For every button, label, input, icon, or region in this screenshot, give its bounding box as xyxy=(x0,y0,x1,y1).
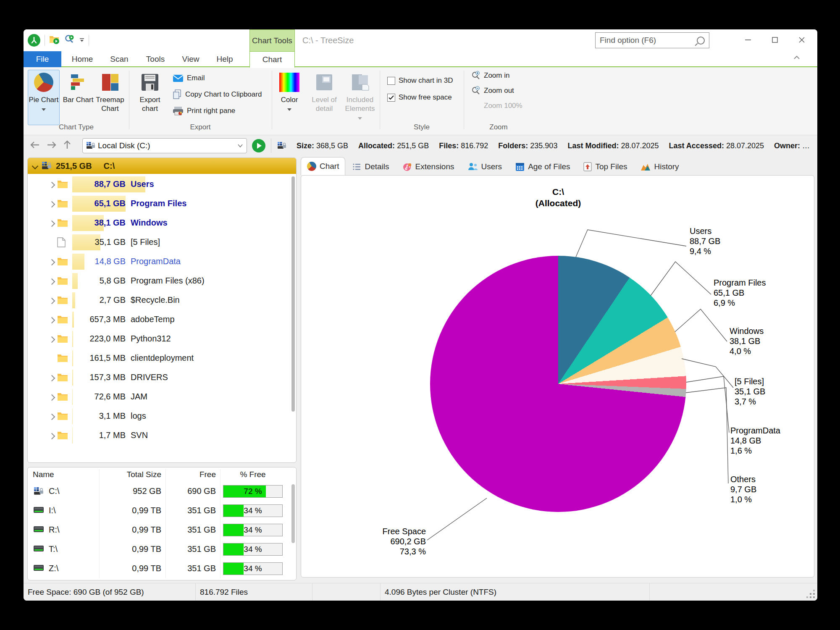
tab-details-view[interactable]: Details xyxy=(347,158,395,175)
printer-icon xyxy=(173,106,184,116)
folder-icon xyxy=(57,199,68,208)
tab-home[interactable]: Home xyxy=(66,51,99,67)
pie-chart[interactable] xyxy=(430,256,686,512)
contextual-tab-chart-tools[interactable]: Chart Tools xyxy=(249,29,295,51)
search-scan-icon[interactable] xyxy=(64,34,75,46)
tree-row[interactable]: 223,0 MB Python312 xyxy=(28,329,296,349)
treemap-chart-button[interactable]: Treemap Chart xyxy=(94,70,126,125)
tab-view[interactable]: View xyxy=(176,51,206,67)
folder-icon xyxy=(57,392,68,401)
ribbon-tab-row: File Home Scan Tools View Help Chart xyxy=(24,51,817,67)
level-of-detail-button[interactable]: Level of detail xyxy=(309,70,340,125)
drive-scrollbar[interactable] xyxy=(291,484,295,543)
tree-scrollbar[interactable] xyxy=(291,176,295,412)
back-icon[interactable] xyxy=(29,141,40,151)
location-dropdown[interactable]: Local Disk (C:) xyxy=(82,138,247,153)
scan-info-bar: Size: 368,5 GB Allocated: 251,5 GB Files… xyxy=(277,135,810,156)
folder-icon xyxy=(57,218,68,227)
zoom-in-button[interactable]: Zoom in xyxy=(471,70,509,81)
minimize-button[interactable] xyxy=(736,29,760,50)
forward-icon[interactable] xyxy=(46,141,57,151)
tab-scan[interactable]: Scan xyxy=(103,51,135,67)
group-chart-options: Color Level of detail Included Elements xyxy=(272,67,380,135)
export-chart-button[interactable]: Export chart xyxy=(134,70,166,125)
color-palette-icon xyxy=(279,73,299,92)
tree-row[interactable]: 161,5 MB clientdeployment xyxy=(28,349,296,368)
email-button[interactable]: Email xyxy=(173,72,205,84)
open-scan-icon[interactable] xyxy=(49,34,60,46)
tree-row[interactable]: 2,7 GB $Recycle.Bin xyxy=(28,291,296,310)
drive-row[interactable]: R:\ 0,99 TB 351 GB 34 % xyxy=(28,520,296,540)
chevron-collapsed-icon[interactable] xyxy=(49,182,55,189)
show-chart-3d-checkbox[interactable]: Show chart in 3D xyxy=(387,75,453,87)
chevron-collapsed-icon[interactable] xyxy=(49,201,55,208)
chevron-collapsed-icon[interactable] xyxy=(49,298,55,304)
tab-extensions-view[interactable]: Extensions xyxy=(397,158,460,175)
pie-chart-button[interactable]: Pie Chart xyxy=(28,70,60,125)
drive-row[interactable]: T:\ 0,99 TB 351 GB 34 % xyxy=(28,540,296,559)
tree-row[interactable]: 35,1 GB [5 Files] xyxy=(28,233,296,252)
tree-row[interactable]: 72,6 MB JAM xyxy=(28,387,296,407)
chevron-expanded-icon[interactable] xyxy=(32,163,39,169)
divider xyxy=(89,35,89,46)
resize-grip[interactable] xyxy=(813,596,815,598)
drive-row[interactable]: I:\ 0,99 TB 351 GB 34 % xyxy=(28,501,296,520)
close-button[interactable] xyxy=(790,29,814,50)
up-icon[interactable] xyxy=(63,140,71,151)
chevron-collapsed-icon[interactable] xyxy=(49,278,55,285)
start-scan-button[interactable] xyxy=(252,139,265,152)
tab-tools[interactable]: Tools xyxy=(139,51,171,67)
chevron-collapsed-icon[interactable] xyxy=(49,433,55,440)
zoom-out-button[interactable]: Zoom out xyxy=(471,85,514,97)
show-free-space-checkbox[interactable]: Show free space xyxy=(387,92,452,103)
tab-file[interactable]: File xyxy=(24,51,61,67)
chevron-collapsed-icon[interactable] xyxy=(49,414,55,420)
tab-chart-view[interactable]: Chart xyxy=(301,157,345,175)
color-button[interactable]: Color xyxy=(275,70,304,125)
drive-table-header[interactable]: Name Total Size Free % Free xyxy=(28,467,296,482)
tab-chart[interactable]: Chart xyxy=(249,51,295,68)
info-size: Size: 368,5 GB xyxy=(297,142,348,150)
bar-chart-button[interactable]: Bar Chart xyxy=(62,70,94,125)
print-right-pane-button[interactable]: Print right pane xyxy=(173,105,235,117)
tree-root-row[interactable]: 251,5 GB C:\ xyxy=(28,158,296,174)
drive-row[interactable]: Z:\ 0,99 TB 351 GB 34 % xyxy=(28,559,296,578)
chevron-collapsed-icon[interactable] xyxy=(49,394,55,401)
tree-row[interactable]: 88,7 GB Users xyxy=(28,175,296,194)
chevron-collapsed-icon[interactable] xyxy=(49,220,55,227)
maximize-button[interactable] xyxy=(763,29,787,50)
tab-users-view[interactable]: Users xyxy=(462,158,508,175)
tab-help[interactable]: Help xyxy=(210,51,239,67)
copy-chart-button[interactable]: Copy Chart to Clipboard xyxy=(173,89,262,100)
users-icon xyxy=(468,163,478,171)
tree-row[interactable]: 157,3 MB DRIVERS xyxy=(28,368,296,387)
calendar-icon xyxy=(515,162,525,171)
chevron-collapsed-icon[interactable] xyxy=(49,336,55,343)
find-option-input[interactable]: Find option (F6) xyxy=(595,32,709,48)
tab-age-of-files-view[interactable]: Age of Files xyxy=(509,158,576,175)
group-style: Show chart in 3D Show free space Style xyxy=(380,67,464,135)
root-size: 251,5 GB xyxy=(56,161,92,171)
zoom-100-button[interactable]: Zoom 100% xyxy=(484,100,522,112)
chevron-collapsed-icon[interactable] xyxy=(49,259,55,266)
customize-quick-access-icon[interactable] xyxy=(79,37,84,44)
collapse-ribbon-icon[interactable] xyxy=(793,55,801,62)
tree-row[interactable]: 1,7 MB SVN xyxy=(28,426,296,445)
window-title: C:\ - TreeSize xyxy=(302,29,354,51)
included-elements-button[interactable]: Included Elements xyxy=(342,70,378,125)
chevron-collapsed-icon[interactable] xyxy=(49,317,55,324)
tree-row[interactable]: 14,8 GB ProgramData xyxy=(28,252,296,271)
tree-row[interactable]: 657,3 MB adobeTemp xyxy=(28,310,296,329)
tree-row[interactable]: 3,1 MB logs xyxy=(28,407,296,426)
tree-row[interactable]: 65,1 GB Program Files xyxy=(28,194,296,213)
tab-history-view[interactable]: History xyxy=(635,158,685,175)
chevron-collapsed-icon[interactable] xyxy=(49,375,55,382)
tree-row[interactable]: 38,1 GB Windows xyxy=(28,213,296,233)
folder-icon xyxy=(57,295,68,304)
tree-row[interactable]: 5,8 GB Program Files (x86) xyxy=(28,271,296,291)
tab-top-files-view[interactable]: Top Files xyxy=(578,158,633,175)
network-drive-icon xyxy=(34,526,44,533)
app-logo-icon[interactable] xyxy=(28,34,40,47)
drive-row[interactable]: C:\ 952 GB 690 GB 72 % xyxy=(28,482,296,501)
dropdown-caret xyxy=(358,117,362,120)
